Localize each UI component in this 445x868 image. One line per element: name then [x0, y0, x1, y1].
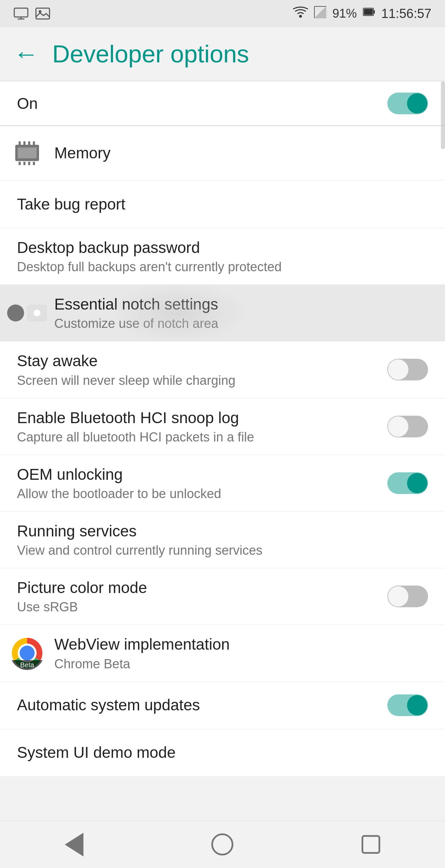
svg-rect-21: [33, 141, 35, 145]
notch-rect: [27, 304, 47, 321]
back-button[interactable]: ←: [14, 41, 39, 66]
home-nav-button[interactable]: [202, 831, 243, 858]
bluetooth-hci-toggle[interactable]: [387, 416, 428, 437]
automatic-system-updates-text: Automatic system updates: [17, 696, 381, 714]
svg-rect-19: [23, 141, 25, 145]
desktop-backup-password-row[interactable]: Desktop backup password Desktop full bac…: [0, 228, 445, 285]
picture-color-mode-toggle[interactable]: [387, 586, 428, 607]
developer-options-toggle[interactable]: [387, 93, 428, 114]
stay-awake-title: Stay awake: [17, 352, 381, 370]
essential-notch-title: Essential notch settings: [54, 295, 428, 314]
svg-rect-3: [36, 8, 50, 19]
svg-rect-17: [33, 162, 35, 165]
page-title: Developer options: [52, 40, 249, 68]
automatic-system-updates-title: Automatic system updates: [17, 696, 381, 714]
recents-nav-icon: [362, 835, 380, 854]
svg-marker-6: [314, 6, 326, 18]
picture-color-mode-toggle-container: [387, 586, 428, 607]
running-services-title: Running services: [17, 522, 428, 540]
running-services-text: Running services View and control curren…: [17, 522, 428, 558]
svg-rect-10: [373, 10, 375, 14]
system-ui-demo-mode-title: System UI demo mode: [17, 743, 428, 762]
recents-nav-button[interactable]: [350, 831, 391, 858]
take-bug-report-title: Take bug report: [17, 195, 428, 214]
notch-icon: [10, 296, 44, 330]
stay-awake-subtitle: Screen will never sleep while charging: [17, 373, 381, 388]
status-bar: 91% 11:56:57: [0, 0, 445, 27]
picture-color-mode-subtitle: Use sRGB: [17, 600, 381, 614]
automatic-system-updates-toggle[interactable]: [387, 694, 428, 716]
settings-content: On Memory Take bug: [0, 81, 445, 777]
picture-color-mode-text: Picture color mode Use sRGB: [17, 578, 381, 614]
developer-options-toggle-row[interactable]: On: [0, 81, 445, 125]
toggle-knob: [388, 416, 408, 437]
essential-notch-text: Essential notch settings Customize use o…: [54, 295, 428, 331]
system-ui-demo-mode-text: System UI demo mode: [17, 743, 428, 762]
chrome-icon: Beta: [10, 636, 44, 670]
back-nav-icon: [65, 833, 83, 856]
desktop-backup-password-title: Desktop backup password: [17, 238, 428, 257]
toggle-knob: [407, 695, 427, 715]
running-services-row[interactable]: Running services View and control curren…: [0, 512, 445, 568]
bluetooth-hci-toggle-container: [387, 416, 428, 437]
essential-notch-settings-row[interactable]: Essential notch settings Customize use o…: [0, 285, 445, 341]
take-bug-report-row[interactable]: Take bug report: [0, 181, 445, 228]
oem-unlocking-subtitle: Allow the bootloader to be unlocked: [17, 487, 381, 501]
picture-color-mode-title: Picture color mode: [17, 578, 381, 597]
bluetooth-hci-subtitle: Capture all bluetooth HCI packets in a f…: [17, 430, 381, 445]
oem-unlocking-title: OEM unlocking: [17, 465, 381, 484]
notch-circle-dark: [7, 304, 24, 321]
status-bar-left: [14, 6, 50, 21]
signal-icon: [314, 6, 326, 21]
oem-unlocking-toggle-container: [387, 472, 428, 494]
wifi-icon: [293, 6, 308, 21]
svg-rect-13: [18, 147, 37, 158]
oem-unlocking-toggle[interactable]: [387, 472, 428, 494]
on-label: On: [17, 94, 381, 113]
toggle-knob: [388, 359, 408, 380]
stay-awake-text: Stay awake Screen will never sleep while…: [17, 352, 381, 388]
essential-notch-subtitle: Customize use of notch area: [54, 316, 428, 331]
desktop-backup-password-subtitle: Desktop full backups aren't currently pr…: [17, 260, 428, 274]
svg-rect-18: [19, 141, 21, 145]
status-bar-right: 91% 11:56:57: [293, 6, 431, 21]
webview-subtitle: Chrome Beta: [54, 657, 428, 671]
webview-implementation-row[interactable]: Beta WebView implementation Chrome Beta: [0, 625, 445, 682]
image-icon: [35, 6, 50, 21]
clock: 11:56:57: [381, 6, 431, 21]
battery-icon: [363, 6, 375, 21]
oem-unlocking-text: OEM unlocking Allow the bootloader to be…: [17, 465, 381, 501]
stay-awake-row[interactable]: Stay awake Screen will never sleep while…: [0, 341, 445, 398]
svg-rect-20: [28, 141, 30, 145]
header: ← Developer options: [0, 27, 445, 81]
take-bug-report-text: Take bug report: [17, 195, 428, 214]
svg-point-5: [299, 15, 302, 18]
monitor-icon: [14, 6, 28, 21]
stay-awake-toggle-container: [387, 359, 428, 380]
toggle-knob: [388, 586, 408, 607]
stay-awake-toggle[interactable]: [387, 359, 428, 380]
picture-color-mode-row[interactable]: Picture color mode Use sRGB: [0, 568, 445, 625]
toggle-knob: [407, 473, 427, 493]
bluetooth-hci-text: Enable Bluetooth HCI snoop log Capture a…: [17, 409, 381, 445]
memory-icon: [10, 136, 44, 170]
toggle-knob: [407, 93, 427, 114]
oem-unlocking-row[interactable]: OEM unlocking Allow the bootloader to be…: [0, 455, 445, 512]
svg-rect-16: [28, 162, 30, 165]
memory-title: Memory: [54, 144, 428, 162]
automatic-system-updates-row[interactable]: Automatic system updates: [0, 682, 445, 729]
svg-rect-11: [364, 9, 373, 15]
bluetooth-hci-title: Enable Bluetooth HCI snoop log: [17, 409, 381, 427]
bluetooth-hci-row[interactable]: Enable Bluetooth HCI snoop log Capture a…: [0, 398, 445, 455]
desktop-backup-password-text: Desktop backup password Desktop full bac…: [17, 238, 428, 274]
scrollbar[interactable]: [441, 81, 445, 149]
memory-row[interactable]: Memory: [0, 126, 445, 181]
running-services-subtitle: View and control currently running servi…: [17, 543, 428, 558]
system-ui-demo-mode-row[interactable]: System UI demo mode: [0, 729, 445, 777]
svg-rect-0: [14, 8, 28, 17]
home-nav-icon: [211, 833, 233, 855]
back-nav-button[interactable]: [54, 831, 95, 858]
battery-percent: 91%: [332, 6, 357, 21]
svg-point-23: [20, 646, 35, 660]
chrome-beta-badge: Beta: [10, 660, 44, 670]
